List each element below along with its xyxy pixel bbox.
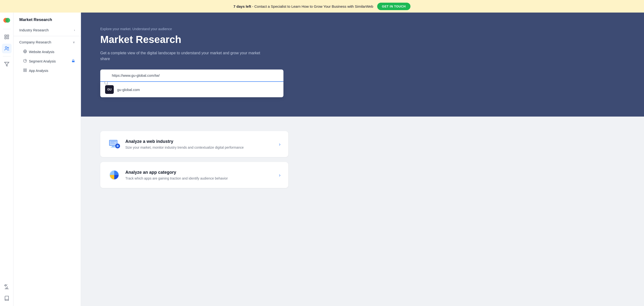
nav-item-industry-research-label: Industry Research <box>19 28 49 32</box>
nav-sub-item-website-analysis-label: Website Analysis <box>29 50 54 54</box>
main-content: Explore your market. Understand your aud… <box>81 13 644 306</box>
lock-icon <box>72 59 75 63</box>
logo-icon[interactable] <box>2 16 12 25</box>
card-web-industry-content: Analyze a web industry Size your market,… <box>125 139 274 149</box>
svg-rect-11 <box>24 69 25 70</box>
banner-days-bold: 7 days left <box>234 4 251 9</box>
card-app-category[interactable]: Analyze an app category Track which apps… <box>100 162 288 188</box>
cards-section: Analyze a web industry Size your market,… <box>81 116 644 207</box>
sidebar-item-microscope[interactable] <box>2 282 12 291</box>
nav-sub-item-app-analysis[interactable]: App Analysis <box>14 66 81 75</box>
nav-item-industry-research[interactable]: Industry Research › <box>14 25 81 35</box>
hero-subtitle: Explore your market. Understand your aud… <box>100 27 625 31</box>
nav-chevron-company: ∨ <box>73 41 75 44</box>
svg-point-1 <box>5 18 10 23</box>
nav-item-company-research-label: Company Research <box>19 40 51 44</box>
svg-rect-2 <box>4 35 6 37</box>
svg-point-6 <box>5 47 7 48</box>
card-web-industry-desc: Size your market, monitor industry trend… <box>125 145 274 149</box>
get-in-touch-button[interactable]: GET IN TOUCH <box>377 3 411 10</box>
svg-rect-22 <box>110 142 114 143</box>
sidebar-divider-1 <box>3 29 10 29</box>
svg-marker-8 <box>4 62 9 66</box>
sidebar-item-book[interactable] <box>2 293 12 303</box>
svg-point-7 <box>8 47 9 49</box>
nav-sub-item-segment-analysis-label: Segment Analysis <box>29 59 56 63</box>
icon-sidebar <box>0 13 14 306</box>
pie-chart-icon <box>108 169 120 181</box>
hero-title: Market Research <box>100 34 625 45</box>
card-web-industry-arrow: › <box>279 141 280 147</box>
hero-section: Explore your market. Understand your aud… <box>81 13 644 116</box>
svg-rect-14 <box>25 70 26 72</box>
card-app-category-desc: Track which apps are gaining traction an… <box>125 176 274 180</box>
nav-divider-1 <box>14 36 81 36</box>
nav-chevron-industry: › <box>74 29 75 32</box>
nav-item-company-research[interactable]: Company Research ∨ <box>14 37 81 47</box>
svg-rect-4 <box>4 37 6 39</box>
search-container: GU gu-global.com <box>100 70 284 97</box>
site-favicon: GU <box>105 85 114 94</box>
svg-rect-23 <box>110 143 115 143</box>
nav-sub-item-app-analysis-label: App Analysis <box>29 69 48 73</box>
card-app-category-title: Analyze an app category <box>125 170 274 175</box>
app-body: Market Research Industry Research › Comp… <box>0 13 644 306</box>
search-icon <box>104 81 108 86</box>
globe-icon <box>23 50 27 54</box>
chart-pie-icon <box>23 59 27 63</box>
sidebar-item-audience[interactable] <box>2 44 12 53</box>
svg-rect-10 <box>72 61 75 62</box>
svg-rect-13 <box>24 70 25 72</box>
sidebar-item-campaigns[interactable] <box>2 32 12 42</box>
card-web-industry[interactable]: Analyze a web industry Size your market,… <box>100 131 288 157</box>
banner-text: 7 days left - Contact a Specialist to Le… <box>234 4 373 9</box>
banner-text-rest: - Contact a Specialist to Learn How to G… <box>251 4 373 9</box>
nav-sidebar-title: Market Research <box>14 13 81 25</box>
top-banner: 7 days left - Contact a Specialist to Le… <box>0 0 644 13</box>
svg-rect-19 <box>112 146 115 147</box>
grid-icon <box>23 68 27 73</box>
card-app-category-content: Analyze an app category Track which apps… <box>125 170 274 180</box>
search-input[interactable] <box>100 70 284 82</box>
svg-rect-12 <box>25 69 26 70</box>
svg-point-5 <box>7 37 8 39</box>
nav-sidebar: Market Research Industry Research › Comp… <box>14 13 81 306</box>
svg-point-15 <box>104 81 108 84</box>
icon-sidebar-bottom <box>2 282 12 303</box>
sidebar-item-filter[interactable] <box>2 59 12 69</box>
sidebar-divider-2 <box>3 56 10 57</box>
svg-rect-3 <box>7 35 8 37</box>
dropdown-domain: gu-global.com <box>117 88 140 92</box>
dropdown-item-gu-global[interactable]: GU gu-global.com <box>100 82 284 97</box>
card-app-category-arrow: › <box>279 172 280 178</box>
search-dropdown: GU gu-global.com <box>100 82 284 97</box>
nav-sub-item-website-analysis[interactable]: Website Analysis <box>14 47 81 57</box>
hero-desc: Get a complete view of the digital lands… <box>100 50 269 62</box>
svg-rect-21 <box>110 141 116 142</box>
svg-rect-20 <box>111 147 116 147</box>
monitor-icon <box>108 138 120 150</box>
card-web-industry-title: Analyze a web industry <box>125 139 274 144</box>
nav-sub-item-segment-analysis[interactable]: Segment Analysis <box>14 57 81 66</box>
